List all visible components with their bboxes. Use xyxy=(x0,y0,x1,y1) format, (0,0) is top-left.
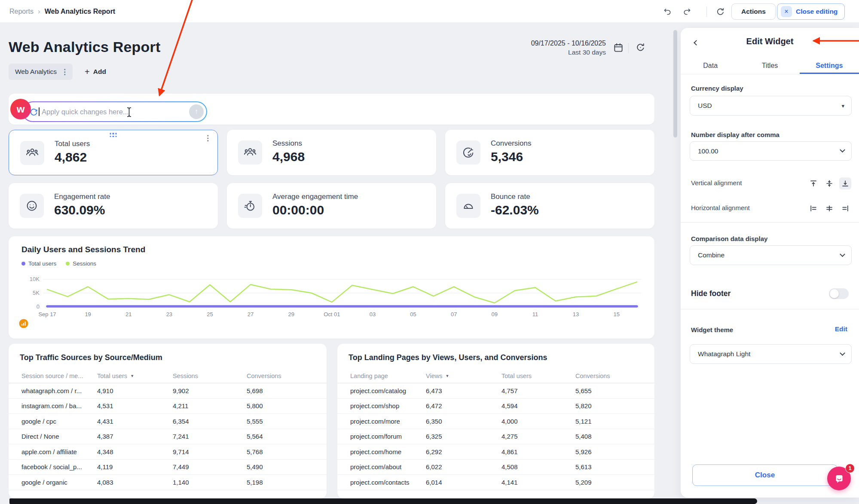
edit-widget-panel: Edit Widget Data Titles Settings Currenc… xyxy=(681,28,859,498)
align-right-button[interactable] xyxy=(839,202,851,214)
legend-item-sessions[interactable]: Sessions xyxy=(66,260,96,267)
landing-pages-table-widget[interactable]: Top Landing Pages by Views, Users, and C… xyxy=(337,344,654,498)
chevron-down-icon xyxy=(840,251,845,257)
notification-badge[interactable]: 1 xyxy=(845,464,855,473)
align-middle-icon xyxy=(825,180,833,187)
align-top-button[interactable] xyxy=(807,177,819,189)
trend-chart-widget[interactable]: Daily Users and Sessions Trend Total use… xyxy=(9,236,654,339)
row-value: 4,119 xyxy=(97,463,173,470)
kpi-value: 00:00:00 xyxy=(272,203,324,217)
decimals-select[interactable]: 100.00 xyxy=(690,141,852,161)
page-scrollbar[interactable] xyxy=(673,30,677,137)
column-header-sorted[interactable]: Total users▼ xyxy=(97,373,173,379)
kpi-label: Total users xyxy=(55,140,90,148)
refresh-data-button[interactable] xyxy=(635,42,646,53)
widget-kebab-menu-icon[interactable]: ⋮ xyxy=(204,134,211,142)
kpi-card-engagement-rate[interactable]: Engagement rate 630.09% xyxy=(9,183,218,229)
whatagraph-logo: w xyxy=(10,99,31,119)
column-header[interactable]: Conversions xyxy=(575,373,644,379)
ai-submit-button[interactable]: ↑ xyxy=(189,104,204,119)
refresh-report-button[interactable] xyxy=(714,6,726,18)
dropdown-arrow-icon: ▾ xyxy=(841,103,844,109)
widget-theme-select[interactable]: Whatagraph Light xyxy=(690,344,852,364)
actions-button[interactable]: Actions xyxy=(731,3,776,20)
row-value: 6,292 xyxy=(426,448,501,455)
drag-handle-icon[interactable] xyxy=(110,133,117,137)
redo-icon xyxy=(682,7,691,16)
tab-settings[interactable]: Settings xyxy=(800,57,859,74)
y-axis-label: 5K xyxy=(19,290,40,296)
currency-select[interactable]: USD ▾ xyxy=(690,96,852,116)
column-header-sorted[interactable]: Views▼ xyxy=(426,373,501,379)
row-value: 6,325 xyxy=(426,433,501,440)
sort-descending-icon: ▼ xyxy=(130,374,134,378)
close-panel-button[interactable]: Close xyxy=(692,464,838,486)
row-label: google / cpc xyxy=(21,418,97,425)
column-header[interactable]: Total users xyxy=(501,373,575,379)
plus-icon: + xyxy=(85,67,90,76)
row-label: instagram.com / ba... xyxy=(21,402,97,409)
traffic-sources-table-widget[interactable]: Top Traffic Sources by Source/Medium Ses… xyxy=(9,344,327,498)
tab-data[interactable]: Data xyxy=(681,57,740,74)
google-analytics-icon[interactable] xyxy=(19,319,28,328)
kpi-card-sessions[interactable]: Sessions 4,968 xyxy=(227,130,436,175)
row-value: 9,714 xyxy=(173,448,247,455)
column-header[interactable]: Session source / me... xyxy=(21,373,97,379)
align-middle-button[interactable] xyxy=(823,177,835,189)
row-value: 6,350 xyxy=(426,418,501,425)
add-page-button[interactable]: + Add xyxy=(85,67,106,76)
chip-kebab-menu-icon[interactable]: ⋮ xyxy=(61,68,68,76)
align-bottom-button[interactable] xyxy=(839,177,851,189)
align-center-button[interactable] xyxy=(823,202,835,214)
x-axis-label: Oct 01 xyxy=(324,311,340,318)
legend-label: Sessions xyxy=(73,260,96,267)
comparison-select[interactable]: Combine xyxy=(690,245,852,265)
close-editing-button[interactable]: × Close editing xyxy=(777,3,845,20)
kpi-value: -62.03% xyxy=(491,203,539,217)
align-left-button[interactable] xyxy=(807,202,819,214)
chevron-down-icon xyxy=(840,147,845,153)
legend-item-total-users[interactable]: Total users xyxy=(21,260,56,267)
chart-legend: Total users Sessions xyxy=(21,260,96,267)
tab-titles[interactable]: Titles xyxy=(740,57,799,74)
date-range-display[interactable]: 09/17/2025 - 10/16/2025 Last 30 days xyxy=(494,39,606,57)
table-title: Top Landing Pages by Views, Users, and C… xyxy=(348,353,547,362)
row-value: 4,431 xyxy=(97,418,173,425)
breadcrumb: Reports › Web Analytics Report xyxy=(9,0,115,23)
row-value: 4,348 xyxy=(97,448,173,455)
row-value: 4,594 xyxy=(501,402,575,409)
column-header[interactable]: Conversions xyxy=(247,373,316,379)
chart-title: Daily Users and Sessions Trend xyxy=(21,245,145,254)
row-value: 4,000 xyxy=(501,418,575,425)
hide-footer-toggle[interactable] xyxy=(829,288,849,299)
sort-descending-icon: ▼ xyxy=(445,374,449,378)
column-header[interactable]: Sessions xyxy=(173,373,247,379)
currency-value: USD xyxy=(698,102,712,110)
horizontal-alignment-label: Horizontal alignment xyxy=(691,204,750,211)
widget-theme-edit-link[interactable]: Edit xyxy=(835,325,847,333)
x-axis-label: 29 xyxy=(288,311,294,318)
calendar-button[interactable] xyxy=(613,42,624,53)
undo-button[interactable] xyxy=(662,6,674,18)
kpi-card-conversions[interactable]: Conversions 5,346 xyxy=(445,130,654,175)
report-tag-chip[interactable]: Web Analytics ⋮ xyxy=(9,64,73,80)
vertical-alignment-label: Vertical alignment xyxy=(691,179,742,186)
row-label: facebook / social_p... xyxy=(21,463,97,470)
breadcrumb-reports[interactable]: Reports xyxy=(9,8,34,15)
undo-icon xyxy=(663,7,673,16)
redo-button[interactable] xyxy=(681,6,693,18)
kpi-card-total-users[interactable]: ⋮ Total users 4,862 xyxy=(9,130,218,175)
row-label: project.com/contacts xyxy=(350,479,426,486)
window-bottom-edge xyxy=(9,498,757,504)
ai-quick-changes-input[interactable] xyxy=(42,108,189,116)
table-row: project.com/forum6,3254,2755,408 xyxy=(337,429,654,445)
row-value: 6,014 xyxy=(426,479,501,486)
row-value: 5,613 xyxy=(575,463,644,470)
row-value: 5,490 xyxy=(247,463,316,470)
row-value: 4,861 xyxy=(501,448,575,455)
table-row: google / cpc4,4316,3545,555 xyxy=(9,414,327,429)
kpi-card-avg-engagement-time[interactable]: Average engagement time 00:00:00 xyxy=(227,183,436,229)
column-header[interactable]: Landing page xyxy=(350,373,426,379)
trend-line-chart xyxy=(43,273,641,311)
kpi-card-bounce-rate[interactable]: Bounce rate -62.03% xyxy=(445,183,654,229)
